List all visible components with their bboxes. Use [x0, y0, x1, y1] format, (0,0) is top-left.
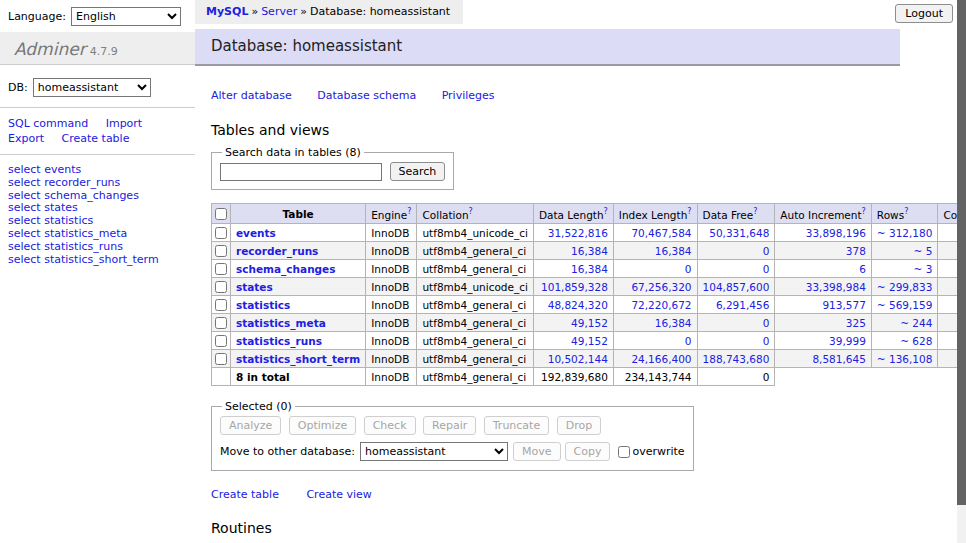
- row-checkbox[interactable]: [215, 317, 227, 329]
- auto-increment-link[interactable]: 33,398,984: [806, 281, 866, 293]
- rows-link[interactable]: ~ 312,180: [877, 227, 933, 239]
- sidebar-table-link[interactable]: select statistics_meta: [8, 227, 127, 240]
- sidebar-table-link[interactable]: select statistics_short_term: [8, 253, 159, 266]
- sidebar-table-link[interactable]: select statistics: [8, 214, 93, 227]
- auto-increment-link[interactable]: 913,577: [822, 299, 865, 311]
- data-free-link[interactable]: 0: [763, 263, 770, 275]
- data-free-link[interactable]: 6,291,456: [716, 299, 769, 311]
- help-icon[interactable]: ?: [407, 207, 411, 216]
- column-header-rows[interactable]: Rows?: [871, 204, 938, 224]
- data-length-link[interactable]: 16,384: [571, 245, 608, 257]
- language-select[interactable]: English: [71, 7, 181, 26]
- column-header-auto-increment[interactable]: Auto Increment?: [775, 204, 872, 224]
- auto-increment-link[interactable]: 8,581,645: [812, 353, 865, 365]
- row-checkbox[interactable]: [215, 263, 227, 275]
- app-version[interactable]: 4.7.9: [90, 45, 118, 58]
- table-name-link[interactable]: recorder_runs: [236, 245, 318, 257]
- data-length-link[interactable]: 16,384: [571, 263, 608, 275]
- sidebar-table-link[interactable]: select events: [8, 163, 81, 176]
- row-checkbox[interactable]: [215, 299, 227, 311]
- search-button[interactable]: Search: [390, 162, 446, 181]
- row-checkbox[interactable]: [215, 335, 227, 347]
- data-length-link[interactable]: 31,522,816: [548, 227, 608, 239]
- table-name-link[interactable]: events: [236, 227, 276, 239]
- column-header-data-free[interactable]: Data Free?: [697, 204, 775, 224]
- breadcrumb-server-link[interactable]: Server: [261, 5, 297, 18]
- auto-increment-link[interactable]: 39,999: [829, 335, 866, 347]
- data-length-link[interactable]: 48,824,320: [548, 299, 608, 311]
- sidebar-table-link[interactable]: select recorder_runs: [8, 176, 120, 189]
- column-header-collation[interactable]: Collation?: [417, 204, 533, 224]
- data-free-link[interactable]: 104,857,600: [703, 281, 770, 293]
- column-header-index-length[interactable]: Index Length?: [613, 204, 697, 224]
- column-header-table[interactable]: Table: [231, 204, 366, 224]
- table-name-link[interactable]: states: [236, 281, 273, 293]
- sidebar-link-sql-command[interactable]: SQL command: [8, 117, 88, 130]
- column-header-engine[interactable]: Engine?: [366, 204, 417, 224]
- index-length-link[interactable]: 16,384: [655, 317, 692, 329]
- data-free-link[interactable]: 188,743,680: [703, 353, 770, 365]
- auto-increment-link[interactable]: 6: [859, 263, 866, 275]
- index-length-link[interactable]: 24,166,400: [631, 353, 691, 365]
- move-database-select[interactable]: homeassistant: [360, 442, 508, 461]
- truncate-button[interactable]: Truncate: [484, 416, 549, 435]
- overwrite-checkbox[interactable]: [618, 446, 630, 458]
- data-free-link[interactable]: 0: [763, 335, 770, 347]
- rows-link[interactable]: ~ 244: [900, 317, 932, 329]
- auto-increment-link[interactable]: 378: [846, 245, 866, 257]
- database-schema-link[interactable]: Database schema: [317, 89, 416, 102]
- auto-increment-link[interactable]: 33,898,196: [806, 227, 866, 239]
- help-icon[interactable]: ?: [904, 207, 908, 216]
- table-name-link[interactable]: statistics_runs: [236, 335, 322, 347]
- breadcrumb-mysql-link[interactable]: MySQL: [206, 5, 248, 18]
- repair-button[interactable]: Repair: [423, 416, 476, 435]
- analyze-button[interactable]: Analyze: [220, 416, 281, 435]
- index-length-link[interactable]: 0: [685, 263, 692, 275]
- db-select[interactable]: homeassistant: [33, 78, 151, 97]
- row-checkbox[interactable]: [215, 245, 227, 257]
- create-table-link[interactable]: Create table: [211, 488, 279, 501]
- row-checkbox[interactable]: [215, 227, 227, 239]
- rows-link[interactable]: ~ 3: [914, 263, 933, 275]
- data-free-link[interactable]: 0: [763, 317, 770, 329]
- index-length-link[interactable]: 67,256,320: [631, 281, 691, 293]
- row-checkbox[interactable]: [215, 281, 227, 293]
- sidebar-link-export[interactable]: Export: [8, 132, 44, 145]
- optimize-button[interactable]: Optimize: [289, 416, 356, 435]
- table-name-link[interactable]: schema_changes: [236, 263, 336, 275]
- row-checkbox[interactable]: [215, 353, 227, 365]
- table-name-link[interactable]: statistics: [236, 299, 290, 311]
- index-length-link[interactable]: 70,467,584: [631, 227, 691, 239]
- alter-database-link[interactable]: Alter database: [211, 89, 292, 102]
- index-length-link[interactable]: 0: [685, 335, 692, 347]
- help-icon[interactable]: ?: [604, 207, 608, 216]
- sidebar-table-link[interactable]: select schema_changes: [8, 189, 139, 202]
- logout-button[interactable]: Logout: [895, 4, 953, 23]
- help-icon[interactable]: ?: [753, 207, 757, 216]
- column-header-data-length[interactable]: Data Length?: [533, 204, 613, 224]
- rows-link[interactable]: ~ 569,159: [877, 299, 933, 311]
- index-length-link[interactable]: 72,220,672: [631, 299, 691, 311]
- rows-link[interactable]: ~ 136,108: [877, 353, 933, 365]
- help-icon[interactable]: ?: [469, 207, 473, 216]
- rows-link[interactable]: ~ 5: [914, 245, 933, 257]
- rows-link[interactable]: ~ 299,833: [877, 281, 933, 293]
- sidebar-link-create-table[interactable]: Create table: [62, 132, 130, 145]
- data-length-link[interactable]: 10,502,144: [548, 353, 608, 365]
- scrollbar-thumb[interactable]: [957, 0, 966, 505]
- search-input[interactable]: [220, 163, 382, 181]
- sidebar-table-link[interactable]: select states: [8, 201, 78, 214]
- auto-increment-link[interactable]: 325: [846, 317, 866, 329]
- rows-link[interactable]: ~ 628: [900, 335, 932, 347]
- copy-button[interactable]: Copy: [565, 442, 611, 461]
- move-button[interactable]: Move: [513, 442, 561, 461]
- help-icon[interactable]: ?: [862, 207, 866, 216]
- drop-button[interactable]: Drop: [557, 416, 601, 435]
- data-length-link[interactable]: 101,859,328: [541, 281, 608, 293]
- sidebar-link-import[interactable]: Import: [106, 117, 143, 130]
- sidebar-table-link[interactable]: select statistics_runs: [8, 240, 123, 253]
- index-length-link[interactable]: 16,384: [655, 245, 692, 257]
- create-view-link[interactable]: Create view: [306, 488, 371, 501]
- data-length-link[interactable]: 49,152: [571, 317, 608, 329]
- table-name-link[interactable]: statistics_short_term: [236, 353, 360, 365]
